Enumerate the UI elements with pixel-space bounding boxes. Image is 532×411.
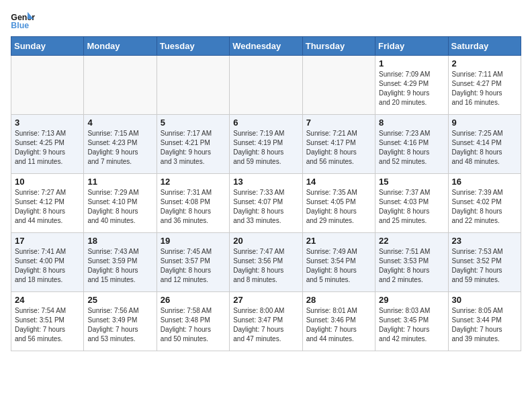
calendar-cell: 19Sunrise: 7:45 AM Sunset: 3:57 PM Dayli… — [157, 233, 229, 292]
calendar-cell: 24Sunrise: 7:54 AM Sunset: 3:51 PM Dayli… — [11, 292, 84, 351]
calendar-cell: 13Sunrise: 7:33 AM Sunset: 4:07 PM Dayli… — [230, 174, 302, 233]
calendar-cell: 20Sunrise: 7:47 AM Sunset: 3:56 PM Dayli… — [230, 233, 302, 292]
header-monday: Monday — [84, 37, 157, 56]
day-number: 6 — [233, 118, 298, 128]
calendar-cell — [157, 56, 229, 115]
day-number: 25 — [87, 295, 152, 305]
calendar-table: SundayMondayTuesdayWednesdayThursdayFrid… — [11, 36, 521, 351]
calendar-cell: 18Sunrise: 7:43 AM Sunset: 3:59 PM Dayli… — [84, 233, 157, 292]
day-number: 23 — [452, 236, 517, 246]
logo: General Blue — [11, 11, 38, 31]
header-saturday: Saturday — [448, 37, 521, 56]
day-info: Sunrise: 8:05 AM Sunset: 3:44 PM Dayligh… — [452, 306, 517, 344]
day-info: Sunrise: 7:58 AM Sunset: 3:48 PM Dayligh… — [161, 306, 226, 344]
calendar-header-row: SundayMondayTuesdayWednesdayThursdayFrid… — [11, 37, 521, 56]
day-number: 5 — [161, 118, 226, 128]
svg-text:Blue: Blue — [11, 21, 29, 30]
day-number: 11 — [87, 177, 152, 187]
header-tuesday: Tuesday — [157, 37, 229, 56]
calendar-cell: 1Sunrise: 7:09 AM Sunset: 4:29 PM Daylig… — [375, 56, 448, 115]
header-sunday: Sunday — [11, 37, 84, 56]
day-info: Sunrise: 8:00 AM Sunset: 3:47 PM Dayligh… — [233, 306, 298, 344]
header-wednesday: Wednesday — [230, 37, 302, 56]
day-number: 12 — [161, 177, 226, 187]
calendar-cell: 26Sunrise: 7:58 AM Sunset: 3:48 PM Dayli… — [157, 292, 229, 351]
day-info: Sunrise: 7:27 AM Sunset: 4:12 PM Dayligh… — [15, 188, 80, 226]
day-info: Sunrise: 7:51 AM Sunset: 3:53 PM Dayligh… — [379, 247, 444, 285]
day-info: Sunrise: 7:31 AM Sunset: 4:08 PM Dayligh… — [161, 188, 226, 226]
week-row-1: 1Sunrise: 7:09 AM Sunset: 4:29 PM Daylig… — [11, 56, 521, 115]
day-number: 4 — [87, 118, 152, 128]
calendar-cell: 11Sunrise: 7:29 AM Sunset: 4:10 PM Dayli… — [84, 174, 157, 233]
day-number: 18 — [87, 236, 152, 246]
calendar-cell: 10Sunrise: 7:27 AM Sunset: 4:12 PM Dayli… — [11, 174, 84, 233]
day-info: Sunrise: 7:21 AM Sunset: 4:17 PM Dayligh… — [306, 129, 371, 167]
day-number: 22 — [379, 236, 444, 246]
calendar-cell — [230, 56, 302, 115]
day-number: 15 — [379, 177, 444, 187]
day-info: Sunrise: 7:23 AM Sunset: 4:16 PM Dayligh… — [379, 129, 444, 167]
day-info: Sunrise: 7:53 AM Sunset: 3:52 PM Dayligh… — [452, 247, 517, 285]
calendar-cell: 22Sunrise: 7:51 AM Sunset: 3:53 PM Dayli… — [375, 233, 448, 292]
calendar-cell — [302, 56, 375, 115]
day-info: Sunrise: 7:39 AM Sunset: 4:02 PM Dayligh… — [452, 188, 517, 226]
day-number: 7 — [306, 118, 371, 128]
calendar-cell: 3Sunrise: 7:13 AM Sunset: 4:25 PM Daylig… — [11, 115, 84, 174]
calendar-cell — [84, 56, 157, 115]
day-number: 17 — [15, 236, 80, 246]
day-info: Sunrise: 7:29 AM Sunset: 4:10 PM Dayligh… — [87, 188, 152, 226]
day-info: Sunrise: 7:11 AM Sunset: 4:27 PM Dayligh… — [452, 70, 517, 107]
calendar-cell: 2Sunrise: 7:11 AM Sunset: 4:27 PM Daylig… — [448, 56, 521, 115]
day-info: Sunrise: 7:17 AM Sunset: 4:21 PM Dayligh… — [161, 129, 226, 167]
day-number: 13 — [233, 177, 298, 187]
day-number: 9 — [452, 118, 517, 128]
day-info: Sunrise: 7:47 AM Sunset: 3:56 PM Dayligh… — [233, 247, 298, 285]
page-header: General Blue — [11, 11, 521, 31]
header-thursday: Thursday — [302, 37, 375, 56]
day-info: Sunrise: 7:35 AM Sunset: 4:05 PM Dayligh… — [306, 188, 371, 226]
calendar-cell: 12Sunrise: 7:31 AM Sunset: 4:08 PM Dayli… — [157, 174, 229, 233]
day-info: Sunrise: 7:43 AM Sunset: 3:59 PM Dayligh… — [87, 247, 152, 285]
calendar-cell: 6Sunrise: 7:19 AM Sunset: 4:19 PM Daylig… — [230, 115, 302, 174]
calendar-cell: 28Sunrise: 8:01 AM Sunset: 3:46 PM Dayli… — [302, 292, 375, 351]
week-row-4: 17Sunrise: 7:41 AM Sunset: 4:00 PM Dayli… — [11, 233, 521, 292]
day-info: Sunrise: 7:33 AM Sunset: 4:07 PM Dayligh… — [233, 188, 298, 226]
day-info: Sunrise: 7:15 AM Sunset: 4:23 PM Dayligh… — [87, 129, 152, 167]
day-info: Sunrise: 7:25 AM Sunset: 4:14 PM Dayligh… — [452, 129, 517, 167]
day-number: 24 — [15, 295, 80, 305]
calendar-cell: 9Sunrise: 7:25 AM Sunset: 4:14 PM Daylig… — [448, 115, 521, 174]
day-info: Sunrise: 7:19 AM Sunset: 4:19 PM Dayligh… — [233, 129, 298, 167]
day-number: 20 — [233, 236, 298, 246]
calendar-cell: 30Sunrise: 8:05 AM Sunset: 3:44 PM Dayli… — [448, 292, 521, 351]
day-number: 14 — [306, 177, 371, 187]
day-number: 16 — [452, 177, 517, 187]
calendar-cell: 4Sunrise: 7:15 AM Sunset: 4:23 PM Daylig… — [84, 115, 157, 174]
week-row-2: 3Sunrise: 7:13 AM Sunset: 4:25 PM Daylig… — [11, 115, 521, 174]
calendar-cell: 21Sunrise: 7:49 AM Sunset: 3:54 PM Dayli… — [302, 233, 375, 292]
logo-icon: General Blue — [11, 11, 35, 31]
calendar-cell: 23Sunrise: 7:53 AM Sunset: 3:52 PM Dayli… — [448, 233, 521, 292]
calendar-cell: 17Sunrise: 7:41 AM Sunset: 4:00 PM Dayli… — [11, 233, 84, 292]
day-number: 28 — [306, 295, 371, 305]
day-number: 2 — [452, 58, 517, 68]
day-info: Sunrise: 7:41 AM Sunset: 4:00 PM Dayligh… — [15, 247, 80, 285]
calendar-cell: 8Sunrise: 7:23 AM Sunset: 4:16 PM Daylig… — [375, 115, 448, 174]
calendar-cell — [11, 56, 84, 115]
day-number: 10 — [15, 177, 80, 187]
day-number: 29 — [379, 295, 444, 305]
day-info: Sunrise: 7:37 AM Sunset: 4:03 PM Dayligh… — [379, 188, 444, 226]
day-number: 26 — [161, 295, 226, 305]
day-number: 19 — [161, 236, 226, 246]
day-info: Sunrise: 8:03 AM Sunset: 3:45 PM Dayligh… — [379, 306, 444, 344]
day-info: Sunrise: 7:09 AM Sunset: 4:29 PM Dayligh… — [379, 70, 444, 107]
day-number: 1 — [379, 58, 444, 68]
calendar-cell: 15Sunrise: 7:37 AM Sunset: 4:03 PM Dayli… — [375, 174, 448, 233]
calendar-cell: 25Sunrise: 7:56 AM Sunset: 3:49 PM Dayli… — [84, 292, 157, 351]
day-number: 3 — [15, 118, 80, 128]
week-row-5: 24Sunrise: 7:54 AM Sunset: 3:51 PM Dayli… — [11, 292, 521, 351]
day-number: 27 — [233, 295, 298, 305]
day-number: 21 — [306, 236, 371, 246]
calendar-cell: 29Sunrise: 8:03 AM Sunset: 3:45 PM Dayli… — [375, 292, 448, 351]
day-info: Sunrise: 7:45 AM Sunset: 3:57 PM Dayligh… — [161, 247, 226, 285]
calendar-cell: 27Sunrise: 8:00 AM Sunset: 3:47 PM Dayli… — [230, 292, 302, 351]
